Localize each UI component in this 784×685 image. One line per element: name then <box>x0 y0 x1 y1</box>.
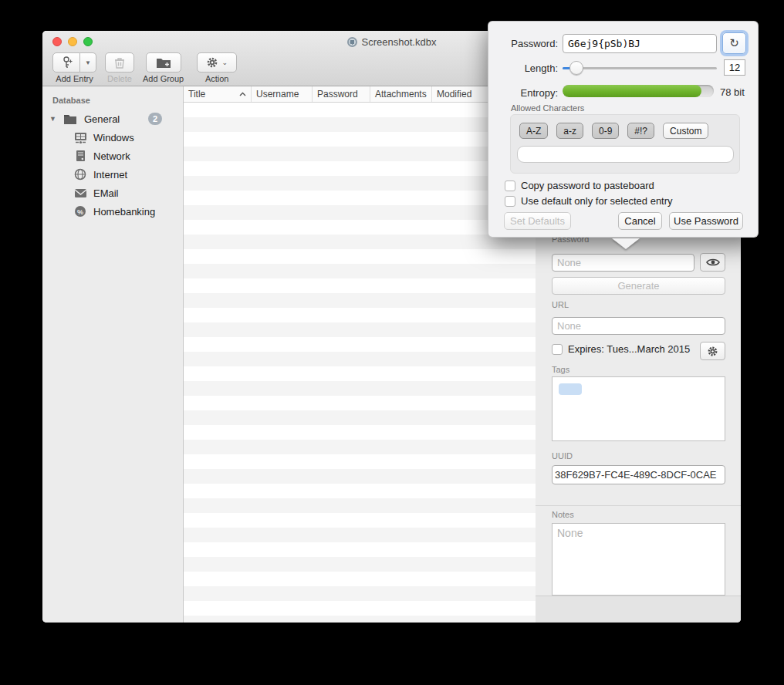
length-slider[interactable] <box>563 60 717 76</box>
tags-section-label: Tags <box>552 365 569 374</box>
trash-icon <box>113 56 126 69</box>
add-group-control: Add Group <box>143 52 184 83</box>
tags-field[interactable] <box>552 376 725 441</box>
entry-count-badge: 2 <box>148 113 162 125</box>
expires-label: Expires: Tues...March 2015 <box>568 343 690 355</box>
custom-characters-input[interactable] <box>517 146 734 163</box>
sidebar-item-windows[interactable]: Windows <box>42 128 183 147</box>
add-entry-button[interactable] <box>52 52 80 73</box>
entropy-value: 78 bit <box>720 86 745 98</box>
charset-uppercase-toggle[interactable]: A-Z <box>519 123 548 139</box>
expires-row: Expires: Tues...March 2015 <box>552 343 690 355</box>
sidebar-item-network[interactable]: Network <box>42 147 183 165</box>
action-label: Action <box>205 74 229 83</box>
column-header-password[interactable]: Password <box>313 86 370 102</box>
add-entry-control: ▼ Add Entry <box>52 52 96 83</box>
notes-textarea[interactable] <box>552 523 725 596</box>
sort-ascending-icon <box>239 92 246 96</box>
table-header: Title Username Password Attachments Modi… <box>184 86 536 103</box>
inspector-divider <box>536 505 741 506</box>
envelope-icon <box>74 188 87 198</box>
eye-icon <box>706 258 720 267</box>
toolbar: ▼ Add Entry Delete Add Group <box>42 52 237 86</box>
generated-password-input[interactable] <box>563 34 717 53</box>
refresh-icon: ↻ <box>729 36 739 50</box>
sidebar-group-general[interactable]: ▼ General 2 <box>42 110 183 128</box>
expires-options-button[interactable] <box>700 342 725 360</box>
popover-length-label: Length: <box>490 62 558 74</box>
add-group-button[interactable] <box>146 52 181 73</box>
charset-custom-toggle[interactable]: Custom <box>663 123 708 139</box>
sidebar: Database ▼ General 2 Windows Network <box>42 86 184 623</box>
popover-password-label: Password: <box>490 38 558 49</box>
slider-thumb[interactable] <box>569 61 583 75</box>
password-input[interactable] <box>552 254 694 272</box>
folder-icon <box>63 113 77 124</box>
copy-to-pasteboard-label: Copy password to pasteboard <box>521 180 654 191</box>
password-generator-popover: Password: ↻ Length: Entropy: 78 bit Allo… <box>488 21 759 238</box>
charset-symbols-toggle[interactable]: #!? <box>627 123 654 139</box>
delete-control: Delete <box>105 52 134 83</box>
copy-to-pasteboard-row: Copy password to pasteboard <box>505 180 654 191</box>
uuid-section-label: UUID <box>552 451 573 461</box>
action-button[interactable]: ⌄ <box>197 52 237 73</box>
default-for-entry-label: Use default only for selected entry <box>521 195 673 207</box>
sidebar-header: Database <box>42 93 183 110</box>
generate-button[interactable]: Generate <box>552 277 725 295</box>
entropy-meter-fill <box>563 85 701 97</box>
use-password-button[interactable]: Use Password <box>669 212 743 230</box>
network-icon <box>76 150 86 162</box>
add-entry-label: Add Entry <box>56 74 93 83</box>
copy-to-pasteboard-checkbox[interactable] <box>505 181 515 191</box>
sidebar-item-label: Internet <box>93 169 127 181</box>
sidebar-item-label: Homebanking <box>93 206 155 218</box>
gear-icon <box>206 56 218 69</box>
sidebar-item-homebanking[interactable]: % Homebanking <box>42 202 183 221</box>
allowed-characters-label: Allowed Characters <box>511 103 584 113</box>
default-for-entry-row: Use default only for selected entry <box>505 195 673 207</box>
uuid-field[interactable] <box>552 465 725 484</box>
delete-label: Delete <box>107 74 132 83</box>
tag-pill[interactable] <box>559 383 582 395</box>
delete-button[interactable] <box>105 52 134 73</box>
charset-lowercase-toggle[interactable]: a-z <box>556 123 583 139</box>
globe-icon <box>74 168 86 181</box>
column-header-attachments[interactable]: Attachments <box>370 86 432 102</box>
notes-section-label: Notes <box>552 510 574 519</box>
sidebar-item-label: Windows <box>93 132 134 143</box>
action-control: ⌄ Action <box>197 52 237 83</box>
column-header-title[interactable]: Title <box>184 86 252 102</box>
percent-icon: % <box>74 205 86 218</box>
character-set-toggles: A-Z a-z 0-9 #!? Custom <box>519 123 708 139</box>
url-section-label: URL <box>552 300 569 309</box>
window-title: Screenshot.kdbx <box>362 36 437 48</box>
sidebar-item-label: Network <box>93 150 130 162</box>
default-for-entry-checkbox[interactable] <box>505 196 515 207</box>
chevron-down-icon: ⌄ <box>221 59 228 66</box>
sidebar-item-internet[interactable]: Internet <box>42 165 183 184</box>
table-body[interactable] <box>184 103 536 623</box>
entry-table: Title Username Password Attachments Modi… <box>184 86 536 623</box>
windows-icon <box>74 132 87 143</box>
column-header-username[interactable]: Username <box>252 86 313 102</box>
charset-digits-toggle[interactable]: 0-9 <box>592 123 619 139</box>
reveal-password-button[interactable] <box>700 253 725 272</box>
sidebar-item-email[interactable]: EMail <box>42 184 183 202</box>
cancel-button[interactable]: Cancel <box>618 212 662 230</box>
url-input[interactable] <box>552 317 725 335</box>
svg-text:%: % <box>77 208 83 216</box>
desktop-background: Screenshot.kdbx ▼ Add Entry <box>0 0 784 685</box>
expires-checkbox[interactable] <box>552 344 563 355</box>
regenerate-button[interactable]: ↻ <box>722 32 746 54</box>
disclosure-triangle-icon[interactable]: ▼ <box>49 115 57 123</box>
add-entry-dropdown[interactable]: ▼ <box>80 52 96 73</box>
entropy-meter <box>563 85 714 97</box>
key-plus-icon <box>59 56 73 69</box>
set-defaults-button[interactable]: Set Defaults <box>504 212 571 230</box>
length-value-input[interactable] <box>724 59 745 76</box>
sidebar-item-label: EMail <box>93 187 119 199</box>
add-group-label: Add Group <box>143 74 184 83</box>
inspector-footer <box>536 596 741 623</box>
slider-track <box>563 67 717 69</box>
sidebar-group-label: General <box>84 113 148 125</box>
